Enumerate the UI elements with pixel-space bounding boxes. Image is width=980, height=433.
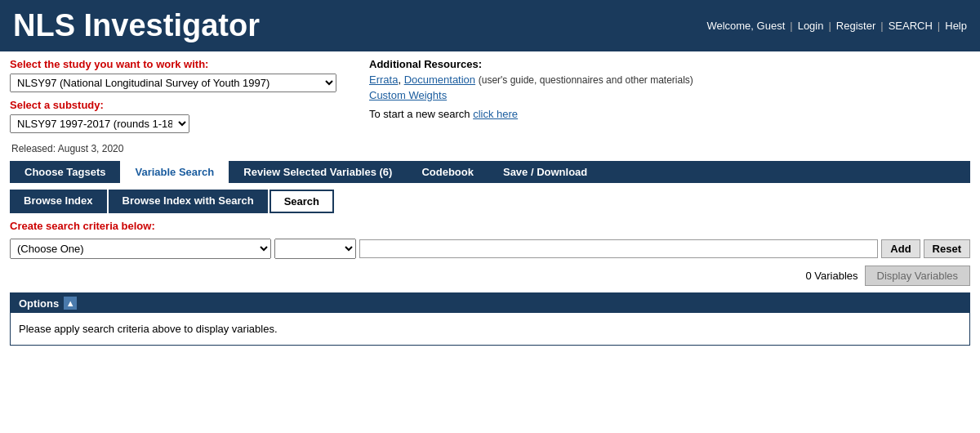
criteria-operator-select[interactable]: [274, 239, 356, 259]
documentation-link[interactable]: Documentation: [404, 74, 475, 86]
substudy-select-label: Select a substudy:: [10, 99, 336, 111]
login-link[interactable]: Login: [798, 20, 824, 32]
vars-count: 0 Variables: [805, 270, 858, 282]
tab-codebook[interactable]: Codebook: [407, 161, 488, 183]
options-header: Options ▲: [11, 293, 969, 313]
tab-save-download[interactable]: Save / Download: [488, 161, 602, 183]
study-select-area: Select the study you want to work with: …: [10, 58, 336, 154]
header: NLS Investigator Welcome, Guest | Login …: [0, 0, 980, 51]
ar-links: Errata, Documentation (user's guide, que…: [369, 74, 970, 86]
register-link[interactable]: Register: [836, 20, 875, 32]
study-dropdown[interactable]: NLSY97 (National Longitudinal Survey of …: [10, 74, 336, 92]
errata-link[interactable]: Errata: [369, 74, 398, 86]
criteria-value-input[interactable]: [359, 239, 878, 258]
substudy-dropdown[interactable]: NLSY97 1997-2017 (rounds 1-18): [10, 114, 189, 133]
options-panel: Options ▲ Please apply search criteria a…: [10, 292, 970, 346]
release-date: Released: August 3, 2020: [11, 143, 336, 154]
search-criteria-label: Create search criteria below:: [10, 220, 970, 232]
subtab-browse-index-search[interactable]: Browse Index with Search: [109, 190, 268, 213]
tab-review-selected[interactable]: Review Selected Variables (6): [229, 161, 407, 183]
nav-tabs: Choose Tagsets Variable Search Review Se…: [10, 161, 970, 183]
ar-title: Additional Resources:: [369, 58, 970, 70]
options-body: Please apply search criteria above to di…: [11, 313, 969, 345]
ar-custom-weights: Custom Weights: [369, 89, 970, 101]
options-collapse-icon[interactable]: ▲: [64, 297, 77, 310]
new-search-text: To start a new search: [369, 108, 473, 120]
subtab-browse-index[interactable]: Browse Index: [10, 190, 107, 213]
options-label: Options: [19, 297, 59, 310]
subtab-search[interactable]: Search: [270, 190, 334, 213]
app-title: NLS Investigator: [13, 8, 260, 43]
header-right: Welcome, Guest | Login | Register | SEAR…: [706, 20, 967, 32]
additional-resources: Additional Resources: Errata, Documentat…: [369, 58, 970, 154]
tab-variable-search[interactable]: Variable Search: [120, 161, 229, 183]
criteria-type-select[interactable]: (Choose One): [10, 239, 271, 259]
ar-comma: ,: [398, 74, 403, 86]
display-variables-button[interactable]: Display Variables: [865, 266, 970, 286]
add-button[interactable]: Add: [881, 239, 920, 258]
documentation-note: (user's guide, questionnaires and other …: [479, 74, 693, 86]
custom-weights-link[interactable]: Custom Weights: [369, 89, 447, 101]
welcome-text: Welcome, Guest: [706, 20, 785, 32]
search-row: (Choose One) Add Reset: [10, 239, 970, 259]
click-here-link[interactable]: click here: [473, 108, 518, 120]
vars-row: 0 Variables Display Variables: [10, 266, 970, 286]
search-link[interactable]: SEARCH: [889, 20, 933, 32]
sub-tabs: Browse Index Browse Index with Search Se…: [10, 190, 970, 213]
sep4: |: [938, 20, 940, 32]
tab-choose-tagsets[interactable]: Choose Tagsets: [10, 161, 120, 183]
study-select-label: Select the study you want to work with:: [10, 58, 336, 70]
help-link[interactable]: Help: [945, 20, 967, 32]
reset-button[interactable]: Reset: [924, 239, 970, 258]
content-area: Select the study you want to work with: …: [0, 51, 980, 352]
sep1: |: [790, 20, 792, 32]
sep2: |: [828, 20, 831, 32]
new-search-area: To start a new search click here: [369, 108, 970, 120]
sep3: |: [880, 20, 883, 32]
options-body-text: Please apply search criteria above to di…: [19, 323, 278, 335]
top-section: Select the study you want to work with: …: [10, 58, 970, 154]
